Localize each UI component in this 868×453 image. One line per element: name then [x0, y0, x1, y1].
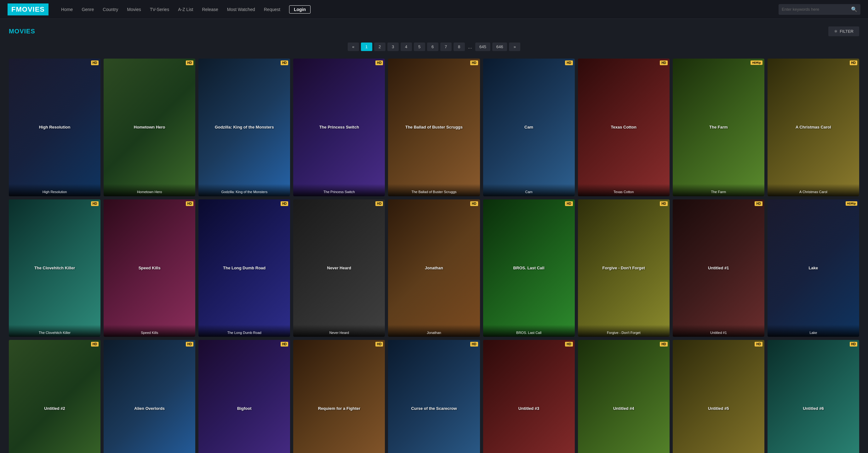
- nav-login[interactable]: Login: [289, 5, 311, 13]
- movie-poster-16: Forgive - Don't Forget: [578, 200, 670, 337]
- movie-card-8[interactable]: The Farm HDRip The Farm: [673, 59, 764, 196]
- movie-title-bar-18: Lake: [768, 325, 859, 337]
- nav-genre[interactable]: Genre: [82, 7, 94, 12]
- pagination-page-3[interactable]: 3: [388, 42, 399, 51]
- quality-badge-17: HD: [755, 201, 762, 206]
- pagination-page-4[interactable]: 4: [401, 42, 412, 51]
- movie-poster-21: Bigfoot: [198, 340, 290, 453]
- nav-country[interactable]: Country: [103, 7, 118, 12]
- logo[interactable]: FMOVIES: [7, 3, 49, 16]
- nav-most-watched[interactable]: Most Watched: [227, 7, 255, 12]
- filter-icon: ⚛: [834, 29, 838, 34]
- pagination-page-5[interactable]: 5: [414, 42, 425, 51]
- nav-tvseries[interactable]: TV-Series: [150, 7, 169, 12]
- movie-poster-17: Untitled #1: [673, 200, 764, 337]
- movie-title-bar-11: Speed Kills: [104, 325, 195, 337]
- nav-request[interactable]: Request: [264, 7, 280, 12]
- movie-title-bar-16: Forgive - Don't Forget: [578, 325, 670, 337]
- search-input[interactable]: [782, 7, 851, 12]
- filter-button[interactable]: ⚛ FILTER: [828, 27, 859, 36]
- movie-title-bar-13: Never Heard: [293, 325, 385, 337]
- quality-badge-9: HD: [850, 60, 857, 65]
- quality-badge-12: HD: [281, 201, 288, 206]
- pagination-page-1[interactable]: 1: [361, 42, 372, 51]
- movie-title-bar-10: The Clovehitch Killer: [9, 325, 100, 337]
- movie-card-27[interactable]: Untitled #6 HD Untitled #6: [768, 340, 859, 453]
- quality-badge-20: HD: [186, 342, 193, 346]
- pagination-dots: ...: [467, 44, 473, 50]
- quality-badge-22: HD: [375, 342, 383, 346]
- nav-release[interactable]: Release: [202, 7, 218, 12]
- movie-poster-15: BROS. Last Call: [483, 200, 575, 337]
- movie-card-17[interactable]: Untitled #1 HD Untitled #1: [673, 200, 764, 337]
- movie-poster-27: Untitled #6: [768, 340, 859, 453]
- movie-card-5[interactable]: The Ballad of Buster Scruggs HD The Ball…: [388, 59, 480, 196]
- quality-badge-24: HD: [565, 342, 572, 346]
- movie-card-11[interactable]: Speed Kills HD Speed Kills: [104, 200, 195, 337]
- movie-poster-1: High Resolution: [9, 59, 100, 196]
- movie-title-bar-7: Texas Cotton: [578, 184, 670, 196]
- movie-card-6[interactable]: Cam HD Cam: [483, 59, 575, 196]
- quality-badge-15: HD: [565, 201, 572, 206]
- pagination-next[interactable]: »: [509, 42, 520, 51]
- movie-card-16[interactable]: Forgive - Don't Forget HD Forgive - Don'…: [578, 200, 670, 337]
- pagination-prev[interactable]: «: [348, 42, 359, 51]
- movie-card-23[interactable]: Curse of the Scarecrow HD Curse of the S…: [388, 340, 480, 453]
- quality-badge-26: HD: [755, 342, 762, 346]
- movie-card-13[interactable]: Never Heard HD Never Heard: [293, 200, 385, 337]
- quality-badge-11: HD: [186, 201, 193, 206]
- movie-card-19[interactable]: Untitled #2 HD Untitled #2: [9, 340, 100, 453]
- nav-home[interactable]: Home: [61, 7, 73, 12]
- nav-movies[interactable]: Movies: [127, 7, 141, 12]
- movie-poster-20: Alien Overlords: [104, 340, 195, 453]
- movie-card-14[interactable]: Jonathan HD Jonathan: [388, 200, 480, 337]
- filter-label: FILTER: [840, 29, 854, 34]
- movie-grid: High Resolution HD High Resolution Homet…: [9, 59, 859, 453]
- pagination-page-646[interactable]: 646: [492, 42, 507, 51]
- movie-card-25[interactable]: Untitled #4 HD Untitled #4: [578, 340, 670, 453]
- pagination-page-7[interactable]: 7: [440, 42, 452, 51]
- quality-badge-27: HD: [850, 342, 857, 346]
- quality-badge-6: HD: [565, 60, 572, 65]
- movie-title-bar-15: BROS. Last Call: [483, 325, 575, 337]
- movie-card-21[interactable]: Bigfoot HD Bigfoot: [198, 340, 290, 453]
- movie-card-18[interactable]: Lake HDRip Lake: [768, 200, 859, 337]
- movie-card-9[interactable]: A Christmas Carol HD A Christmas Carol: [768, 59, 859, 196]
- movie-title-bar-3: Godzilla: King of the Monsters: [198, 184, 290, 196]
- movie-card-3[interactable]: Godzilla: King of the Monsters HD Godzil…: [198, 59, 290, 196]
- movie-poster-26: Untitled #5: [673, 340, 764, 453]
- quality-badge-14: HD: [470, 201, 478, 206]
- movie-card-1[interactable]: High Resolution HD High Resolution: [9, 59, 100, 196]
- movie-title-bar-2: Hometown Hero: [104, 184, 195, 196]
- movie-card-24[interactable]: Untitled #3 HD Untitled #3: [483, 340, 575, 453]
- movie-card-2[interactable]: Hometown Hero HD Hometown Hero: [104, 59, 195, 196]
- search-icon[interactable]: 🔍: [851, 6, 857, 12]
- movie-poster-2: Hometown Hero: [104, 59, 195, 196]
- movie-title-bar-6: Cam: [483, 184, 575, 196]
- movie-card-15[interactable]: BROS. Last Call HD BROS. Last Call: [483, 200, 575, 337]
- movie-card-20[interactable]: Alien Overlords HD Alien Overlords: [104, 340, 195, 453]
- movie-poster-7: Texas Cotton: [578, 59, 670, 196]
- movie-card-12[interactable]: The Long Dumb Road HD The Long Dumb Road: [198, 200, 290, 337]
- pagination-page-8[interactable]: 8: [454, 42, 465, 51]
- nav-azlist[interactable]: A-Z List: [178, 7, 193, 12]
- pagination: « 1 2 3 4 5 6 7 8 ... 645 646 »: [9, 42, 859, 51]
- pagination-page-2[interactable]: 2: [374, 42, 385, 51]
- pagination-page-645[interactable]: 645: [475, 42, 490, 51]
- quality-badge-16: HD: [660, 201, 668, 206]
- movie-card-26[interactable]: Untitled #5 HD Untitled #5: [673, 340, 764, 453]
- movie-poster-24: Untitled #3: [483, 340, 575, 453]
- navbar: FMOVIES Home Genre Country Movies TV-Ser…: [0, 0, 868, 19]
- quality-badge-25: HD: [660, 342, 668, 346]
- pagination-page-6[interactable]: 6: [427, 42, 438, 51]
- movie-card-10[interactable]: The Clovehitch Killer HD The Clovehitch …: [9, 200, 100, 337]
- movie-card-7[interactable]: Texas Cotton HD Texas Cotton: [578, 59, 670, 196]
- movie-title-bar-5: The Ballad of Buster Scruggs: [388, 184, 480, 196]
- movie-card-4[interactable]: The Princess Switch HD The Princess Swit…: [293, 59, 385, 196]
- search-bar: 🔍: [779, 4, 861, 15]
- quality-badge-23: HD: [470, 342, 478, 346]
- quality-badge-1: HD: [91, 60, 99, 65]
- quality-badge-10: HD: [91, 201, 99, 206]
- page-title: MOVIES: [9, 28, 35, 35]
- movie-card-22[interactable]: Requiem for a Fighter HD Requiem for a F…: [293, 340, 385, 453]
